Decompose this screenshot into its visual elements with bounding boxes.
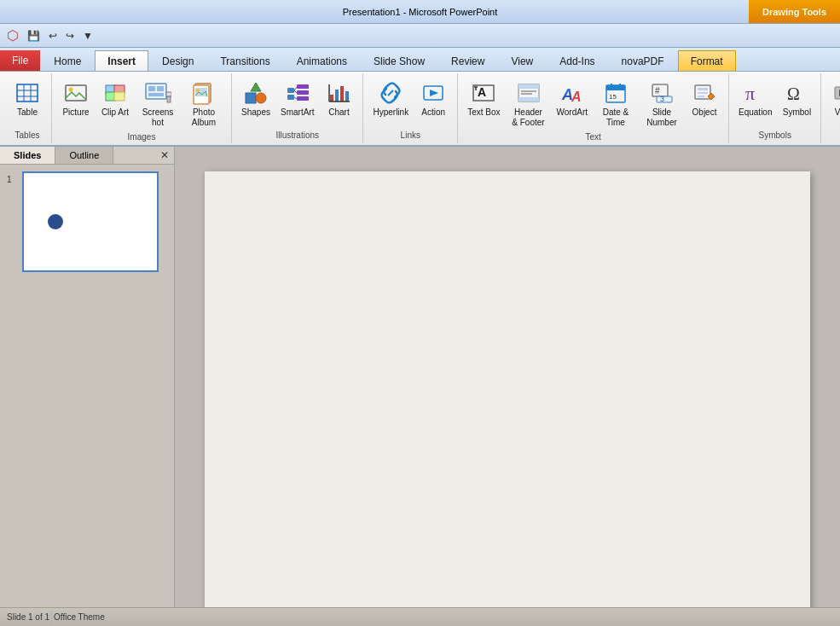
hyperlink-button[interactable]: Hyperlink bbox=[368, 77, 413, 120]
animations-tab[interactable]: Animations bbox=[284, 50, 360, 71]
slide-thumbnails: 1 bbox=[0, 165, 174, 626]
action-label: Action bbox=[421, 107, 445, 118]
clipart-label: Clip Art bbox=[101, 107, 129, 118]
datetime-button[interactable]: 15 Date & Time bbox=[594, 77, 638, 130]
slidenumber-label: Slide Number bbox=[644, 107, 680, 128]
object-button[interactable]: Object bbox=[686, 77, 723, 120]
shapes-button[interactable]: Shapes bbox=[237, 77, 275, 120]
view-tab[interactable]: View bbox=[498, 50, 546, 71]
tables-group-label: Tables bbox=[15, 129, 40, 142]
symbol-button[interactable]: Ω Symbol bbox=[778, 77, 815, 120]
svg-marker-41 bbox=[430, 90, 438, 96]
ribbon-group-images: Picture Clip Art bbox=[52, 73, 232, 143]
equation-label: Equation bbox=[739, 107, 772, 118]
svg-text:Ω: Ω bbox=[787, 84, 800, 103]
panel-tabs: Slides Outline ✕ bbox=[0, 147, 174, 165]
symbol-label: Symbol bbox=[783, 107, 811, 118]
clipart-icon bbox=[101, 79, 129, 107]
wordart-button[interactable]: A A WordArt bbox=[553, 77, 593, 120]
picture-label: Picture bbox=[62, 107, 89, 118]
design-tab[interactable]: Design bbox=[149, 50, 206, 71]
video-label: Video bbox=[835, 107, 840, 118]
photoalbum-button[interactable]: Photo Album bbox=[182, 77, 226, 130]
symbol-icon: Ω bbox=[783, 79, 810, 107]
status-separator bbox=[51, 611, 52, 624]
slide-1-thumbnail[interactable] bbox=[22, 171, 159, 272]
headerfooter-button[interactable]: Header & Footer bbox=[507, 77, 551, 130]
clipart-button[interactable]: Clip Art bbox=[96, 77, 134, 120]
svg-rect-17 bbox=[167, 96, 171, 102]
video-icon bbox=[831, 79, 840, 107]
ribbon-group-media: Video Audio Media bbox=[821, 73, 840, 143]
svg-rect-26 bbox=[287, 95, 294, 100]
svg-text:A: A bbox=[478, 85, 486, 99]
theme-status: Office Theme bbox=[54, 612, 105, 622]
chart-button[interactable]: Chart bbox=[320, 77, 357, 120]
photoalbum-label: Photo Album bbox=[186, 107, 222, 128]
symbols-group-label: Symbols bbox=[759, 129, 791, 142]
video-button[interactable]: Video bbox=[826, 77, 840, 120]
textbox-label: Text Box bbox=[467, 107, 500, 118]
insert-tab[interactable]: Insert bbox=[95, 50, 148, 71]
svg-rect-64 bbox=[698, 92, 708, 94]
transitions-tab[interactable]: Transitions bbox=[207, 50, 282, 71]
slide-1-number: 1 bbox=[7, 175, 17, 272]
title-bar: Presentation1 - Microsoft PowerPoint Dra… bbox=[0, 0, 840, 24]
hyperlink-label: Hyperlink bbox=[373, 107, 408, 118]
format-tab[interactable]: Format bbox=[678, 50, 736, 71]
svg-text:π: π bbox=[745, 83, 755, 104]
slide-count-status: Slide 1 of 1 bbox=[7, 612, 49, 622]
headerfooter-icon bbox=[515, 79, 542, 107]
app-title: Presentation1 - Microsoft PowerPoint bbox=[343, 7, 498, 17]
home-tab[interactable]: Home bbox=[41, 50, 94, 71]
screenshot-icon bbox=[144, 79, 171, 107]
ribbon-group-text: A Text Box Header & bbox=[458, 73, 729, 143]
novapdf-tab[interactable]: novaPDF bbox=[609, 50, 677, 71]
screenshot-label: Screenshot bbox=[140, 107, 176, 128]
status-bar: Slide 1 of 1 Office Theme bbox=[0, 607, 840, 626]
svg-rect-5 bbox=[66, 85, 86, 101]
save-button[interactable]: 💾 bbox=[24, 28, 43, 43]
thumb-circle bbox=[48, 214, 63, 229]
object-icon bbox=[691, 79, 718, 107]
outline-tab[interactable]: Outline bbox=[55, 147, 113, 164]
svg-line-32 bbox=[294, 97, 297, 99]
redo-button[interactable]: ↪ bbox=[62, 28, 78, 43]
screenshot-button[interactable]: Screenshot bbox=[136, 77, 180, 130]
slidenumber-button[interactable]: # 3 Slide Number bbox=[640, 77, 684, 130]
addins-tab[interactable]: Add-Ins bbox=[547, 50, 607, 71]
svg-point-23 bbox=[256, 93, 266, 103]
equation-button[interactable]: π Equation bbox=[734, 77, 776, 120]
svg-text:15: 15 bbox=[609, 93, 617, 101]
undo-button[interactable]: ↩ bbox=[45, 28, 61, 43]
slides-tab[interactable]: Slides bbox=[0, 147, 55, 164]
textbox-icon: A bbox=[470, 79, 497, 107]
hyperlink-icon bbox=[377, 79, 404, 107]
slideshow-tab[interactable]: Slide Show bbox=[361, 50, 437, 71]
review-tab[interactable]: Review bbox=[438, 50, 497, 71]
svg-text:A: A bbox=[571, 90, 582, 104]
smartart-icon bbox=[284, 79, 311, 107]
datetime-icon: 15 bbox=[602, 79, 629, 107]
slide-canvas[interactable] bbox=[205, 171, 810, 623]
slide-area[interactable] bbox=[175, 147, 840, 626]
svg-rect-34 bbox=[335, 90, 339, 101]
textbox-button[interactable]: A Text Box bbox=[463, 77, 504, 120]
more-qa-button[interactable]: ▼ bbox=[79, 28, 96, 43]
svg-rect-36 bbox=[345, 91, 349, 101]
svg-rect-35 bbox=[340, 86, 344, 101]
table-button[interactable]: Table bbox=[9, 77, 46, 120]
smartart-button[interactable]: SmartArt bbox=[276, 77, 318, 120]
file-tab[interactable]: File bbox=[0, 50, 40, 71]
table-icon bbox=[14, 79, 41, 107]
svg-rect-0 bbox=[17, 84, 38, 101]
action-button[interactable]: Action bbox=[414, 77, 452, 120]
svg-rect-15 bbox=[148, 93, 164, 96]
panel-close-button[interactable]: ✕ bbox=[155, 147, 174, 164]
svg-rect-27 bbox=[297, 84, 309, 89]
svg-rect-7 bbox=[66, 85, 86, 101]
images-group-label: Images bbox=[128, 130, 156, 143]
svg-rect-33 bbox=[330, 95, 333, 101]
picture-button[interactable]: Picture bbox=[57, 77, 95, 120]
slidenumber-icon: # 3 bbox=[648, 79, 675, 107]
